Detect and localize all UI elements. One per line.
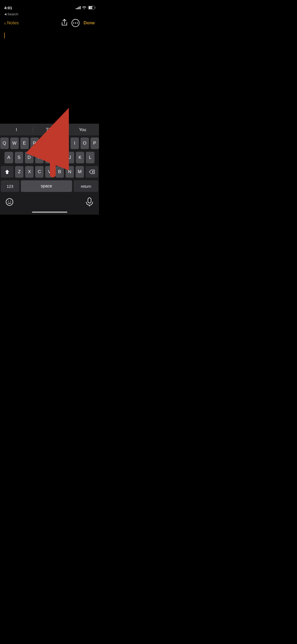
keys-area: Q W E R T Y U I O P A S D F G H J K L bbox=[0, 135, 99, 196]
svg-point-10 bbox=[10, 201, 11, 202]
key-g[interactable]: G bbox=[45, 152, 54, 163]
suggestion-you[interactable]: You bbox=[66, 125, 99, 135]
key-i[interactable]: I bbox=[70, 137, 79, 149]
editor-area[interactable] bbox=[0, 29, 99, 139]
svg-rect-11 bbox=[88, 198, 91, 203]
text-cursor bbox=[4, 33, 5, 38]
return-key[interactable]: return bbox=[74, 180, 98, 192]
search-back-row: ◀ Search bbox=[0, 12, 99, 18]
key-o[interactable]: O bbox=[81, 137, 89, 149]
shift-icon bbox=[4, 169, 10, 174]
key-v[interactable]: V bbox=[45, 166, 54, 178]
key-z[interactable]: Z bbox=[15, 166, 23, 178]
more-dot bbox=[73, 22, 74, 24]
key-m[interactable]: M bbox=[76, 166, 84, 178]
back-triangle-icon: ◀ bbox=[4, 12, 6, 16]
key-h[interactable]: H bbox=[55, 152, 64, 163]
signal-icon bbox=[76, 6, 81, 9]
share-button[interactable] bbox=[62, 19, 67, 27]
key-s[interactable]: S bbox=[15, 152, 23, 163]
key-r[interactable]: R bbox=[30, 137, 39, 149]
svg-point-8 bbox=[6, 199, 13, 205]
notes-back-button[interactable]: ‹ Notes bbox=[4, 20, 19, 26]
emoji-button[interactable] bbox=[4, 197, 15, 207]
key-e[interactable]: E bbox=[20, 137, 29, 149]
status-bar: 4:01 54 bbox=[0, 0, 99, 12]
key-d[interactable]: D bbox=[25, 152, 34, 163]
key-p[interactable]: P bbox=[91, 137, 99, 149]
key-x[interactable]: X bbox=[25, 166, 34, 178]
wifi-icon bbox=[82, 6, 86, 9]
key-row-2: A S D F G H J K L bbox=[1, 152, 98, 163]
back-chevron-icon: ‹ bbox=[4, 20, 6, 26]
suggestion-the[interactable]: The bbox=[33, 125, 66, 135]
mic-icon bbox=[86, 197, 93, 206]
key-f[interactable]: F bbox=[35, 152, 44, 163]
home-bar bbox=[32, 211, 67, 213]
svg-point-9 bbox=[8, 201, 9, 202]
search-back-label: Search bbox=[7, 12, 18, 16]
more-button[interactable] bbox=[72, 19, 79, 27]
key-row-1: Q W E R T Y U I O P bbox=[1, 137, 98, 149]
emoji-icon bbox=[6, 198, 13, 206]
home-indicator bbox=[0, 209, 99, 215]
shift-key[interactable] bbox=[1, 166, 13, 178]
key-j[interactable]: J bbox=[65, 152, 74, 163]
more-dot bbox=[77, 22, 78, 24]
notes-back-label: Notes bbox=[7, 20, 19, 26]
key-c[interactable]: C bbox=[35, 166, 44, 178]
key-t[interactable]: T bbox=[40, 137, 49, 149]
keyboard-bottom-bar bbox=[0, 196, 99, 209]
key-a[interactable]: A bbox=[4, 152, 13, 163]
done-button[interactable]: Done bbox=[84, 20, 95, 26]
key-w[interactable]: W bbox=[10, 137, 19, 149]
key-q[interactable]: Q bbox=[0, 137, 9, 149]
numbers-key[interactable]: 123 bbox=[1, 180, 19, 192]
key-row-4: 123 space return bbox=[1, 180, 98, 192]
nav-actions: Done bbox=[62, 19, 95, 27]
more-dot bbox=[75, 22, 76, 24]
delete-key[interactable] bbox=[86, 166, 98, 178]
keyboard: I The You Q W E R T Y U I O P A S D F G … bbox=[0, 124, 99, 215]
key-u[interactable]: U bbox=[60, 137, 69, 149]
status-time: 4:01 bbox=[4, 6, 12, 10]
battery-icon: 54 bbox=[88, 6, 95, 10]
suggestions-row: I The You bbox=[0, 124, 99, 135]
delete-icon bbox=[89, 170, 95, 174]
key-l[interactable]: L bbox=[86, 152, 95, 163]
nav-bar: ‹ Notes Done bbox=[0, 18, 99, 29]
space-key[interactable]: space bbox=[21, 180, 72, 192]
suggestion-i[interactable]: I bbox=[0, 125, 33, 135]
key-b[interactable]: B bbox=[55, 166, 64, 178]
status-icons: 54 bbox=[76, 6, 95, 10]
key-row-3: Z X C V B N M bbox=[1, 166, 98, 178]
key-n[interactable]: N bbox=[65, 166, 74, 178]
mic-button[interactable] bbox=[84, 197, 95, 207]
key-y[interactable]: Y bbox=[50, 137, 59, 149]
key-k[interactable]: K bbox=[76, 152, 84, 163]
